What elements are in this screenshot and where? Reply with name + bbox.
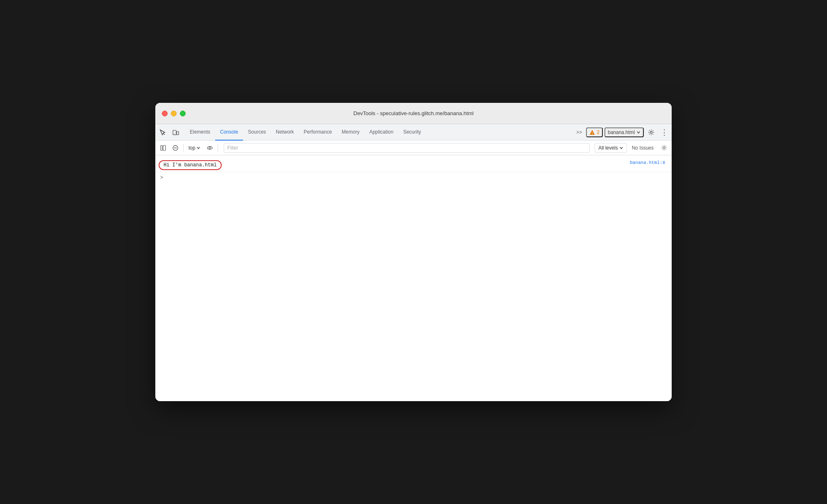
device-toolbar-button[interactable] (170, 127, 182, 138)
chevron-down-icon (619, 146, 623, 150)
console-output: Hi I'm banana.html banana.html:8 > (155, 155, 672, 401)
eye-icon (207, 145, 213, 151)
log-source-link[interactable]: banana.html:8 (630, 160, 665, 165)
svg-point-6 (650, 131, 652, 133)
sidebar-toggle-icon (160, 145, 166, 151)
device-icon (173, 129, 179, 136)
eye-button[interactable] (204, 143, 215, 153)
clear-button[interactable] (170, 143, 181, 153)
maximize-button[interactable] (180, 111, 186, 116)
gear-icon (661, 145, 667, 151)
svg-text:!: ! (592, 131, 593, 135)
title-bar: DevTools - speculative-rules.glitch.me/b… (155, 103, 672, 124)
tabs-navigation: Elements Console Sources Network Perform… (185, 124, 574, 140)
file-selector-button[interactable]: banana.html (604, 127, 644, 137)
minimize-button[interactable] (171, 111, 177, 116)
tab-security[interactable]: Security (398, 124, 426, 141)
levels-button[interactable]: All levels (595, 143, 627, 153)
expand-arrow[interactable]: > (159, 174, 165, 181)
svg-line-0 (163, 133, 165, 135)
log-message: Hi I'm banana.html (159, 160, 222, 170)
svg-point-16 (663, 147, 665, 149)
tab-console[interactable]: Console (215, 124, 243, 141)
tabs-right-controls: >> ! 2 banana.html (574, 127, 670, 138)
svg-point-15 (209, 147, 211, 149)
gear-icon (648, 129, 654, 136)
devtools-tabs-bar: Elements Console Sources Network Perform… (155, 124, 672, 141)
more-tabs-button[interactable]: >> (574, 128, 584, 137)
log-line-1: Hi I'm banana.html banana.html:8 (155, 159, 672, 172)
tab-elements[interactable]: Elements (185, 124, 215, 141)
context-selector[interactable]: top (186, 144, 203, 152)
traffic-lights (162, 111, 186, 116)
settings-button[interactable] (645, 127, 657, 138)
svg-rect-7 (161, 145, 162, 150)
console-settings-button[interactable] (659, 143, 669, 153)
clear-console-button[interactable] (158, 143, 168, 153)
tab-sources[interactable]: Sources (243, 124, 271, 141)
chevron-down-icon (196, 146, 200, 150)
tabs-left-icons (157, 127, 182, 138)
toolbar-divider-2 (218, 144, 218, 152)
filter-input[interactable] (224, 143, 590, 153)
tab-memory[interactable]: Memory (337, 124, 364, 141)
svg-rect-2 (177, 132, 179, 135)
filter-wrap (224, 143, 590, 153)
devtools-window: DevTools - speculative-rules.glitch.me/b… (155, 103, 672, 401)
cursor-icon (159, 129, 166, 136)
chevron-down-icon (636, 130, 641, 134)
console-toolbar: top All levels No Issues (155, 141, 672, 155)
inspect-element-button[interactable] (157, 127, 168, 138)
cancel-icon (173, 145, 178, 151)
warning-icon: ! (589, 129, 595, 135)
toolbar-divider (183, 144, 184, 152)
close-button[interactable] (162, 111, 168, 116)
window-title: DevTools - speculative-rules.glitch.me/b… (353, 110, 473, 116)
no-issues-label: No Issues (629, 144, 657, 152)
tab-network[interactable]: Network (271, 124, 299, 141)
tab-application[interactable]: Application (364, 124, 398, 141)
svg-point-3 (174, 134, 175, 134)
log-left: Hi I'm banana.html (159, 160, 222, 170)
more-options-button[interactable]: ⋮ (659, 127, 670, 138)
warnings-button[interactable]: ! 2 (586, 127, 603, 137)
expand-line: > (155, 172, 672, 183)
tab-performance[interactable]: Performance (299, 124, 337, 141)
